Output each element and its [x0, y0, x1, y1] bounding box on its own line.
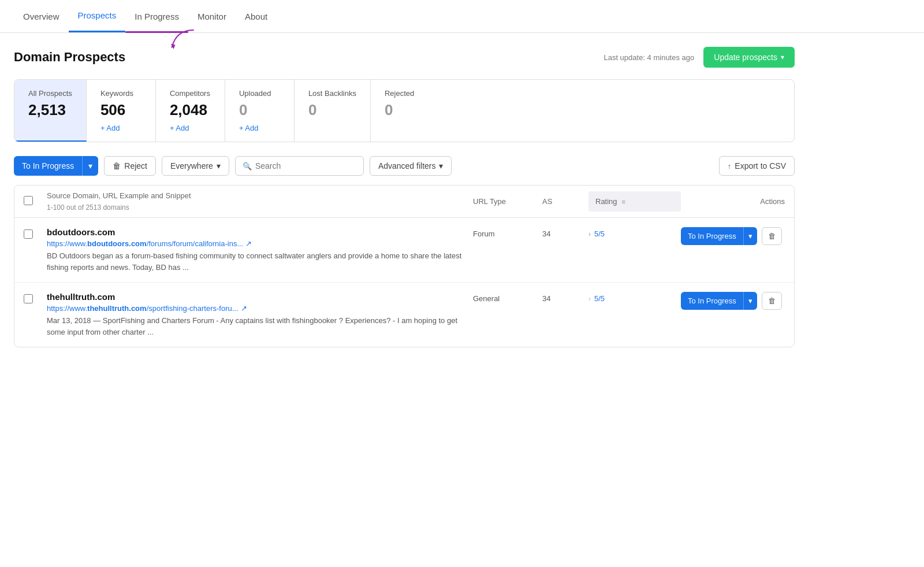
reject-label: Reject: [124, 161, 147, 171]
row1-url-type: Forum: [473, 227, 542, 238]
row1-checkbox[interactable]: [24, 229, 33, 239]
row2-checkbox-cell: [24, 292, 47, 305]
nav-prospects[interactable]: Prospects: [69, 0, 126, 32]
everywhere-label: Everywhere: [170, 161, 213, 171]
header-row-info: 1-100 out of 2513 domains: [47, 203, 129, 212]
to-in-progress-chevron-icon[interactable]: ▾: [82, 156, 98, 176]
nav-in-progress[interactable]: In Progress: [125, 1, 188, 32]
row1-rating-cell: › 5/5: [588, 227, 681, 238]
row2-actions-cell: To In Progress ▾ 🗑: [681, 292, 785, 310]
row2-snippet: Mar 13, 2018 — SportFishing and Charters…: [47, 315, 473, 338]
row1-url: https://www.bdoutdoors.com/forums/forum/…: [47, 239, 473, 248]
row1-actions-cell: To In Progress ▾ 🗑: [681, 227, 785, 245]
tab-uploaded-label: Uploaded: [239, 89, 280, 98]
page-header-right: Last update: 4 minutes ago Update prospe…: [603, 47, 795, 68]
export-csv-button[interactable]: ↑ Export to CSV: [719, 156, 795, 176]
advanced-filters-chevron-icon: ▾: [439, 161, 443, 171]
row2-url-type: General: [473, 292, 542, 303]
row2-url: https://www.thehulltruth.com/sportfishin…: [47, 304, 473, 313]
row2-rating-score: 5/5: [594, 294, 605, 303]
header-url-type: URL Type: [473, 197, 542, 206]
row2-source-cell: thehulltruth.com https://www.thehulltrut…: [47, 292, 473, 338]
table-header-row: Source Domain, URL Example and Snippet 1…: [14, 186, 794, 218]
toolbar: To In Progress ▾ 🗑 Reject Everywhere ▾ 🔍…: [14, 156, 795, 176]
row1-action-chevron-icon[interactable]: ▾: [743, 227, 757, 245]
row2-checkbox[interactable]: [24, 294, 33, 303]
row2-trash-icon: 🗑: [768, 297, 776, 305]
update-btn-label: Update prospects: [714, 53, 777, 62]
row1-source-cell: bdoutdoors.com https://www.bdoutdoors.co…: [47, 227, 473, 273]
row2-external-link-icon[interactable]: ↗: [241, 304, 247, 313]
tab-keywords-add[interactable]: + Add: [100, 124, 141, 132]
table-row: bdoutdoors.com https://www.bdoutdoors.co…: [14, 218, 794, 283]
prospect-tabs: All Prospects 2,513 Keywords 506 + Add C…: [14, 79, 795, 142]
tab-competitors-add[interactable]: + Add: [170, 124, 211, 132]
export-label: Export to CSV: [735, 161, 786, 171]
header-as: AS: [542, 197, 588, 206]
row1-domain: bdoutdoors.com: [47, 227, 473, 237]
row1-action-label: To In Progress: [681, 227, 743, 245]
row1-as: 34: [542, 227, 588, 238]
reject-button[interactable]: 🗑 Reject: [104, 156, 156, 176]
search-input[interactable]: [255, 161, 356, 171]
row2-action-chevron-icon[interactable]: ▾: [743, 292, 757, 310]
everywhere-filter[interactable]: Everywhere ▾: [162, 156, 229, 176]
main-content: Domain Prospects Last update: 4 minutes …: [0, 33, 808, 361]
trash-icon: 🗑: [113, 161, 121, 171]
everywhere-chevron-icon: ▾: [217, 161, 221, 171]
row2-delete-button[interactable]: 🗑: [762, 292, 782, 310]
row2-action-label: To In Progress: [681, 292, 743, 310]
to-in-progress-button[interactable]: To In Progress ▾: [14, 156, 98, 176]
search-icon: 🔍: [243, 162, 252, 171]
header-actions: Actions: [681, 197, 785, 206]
tab-uploaded-add[interactable]: + Add: [239, 124, 280, 132]
tab-lost-backlinks[interactable]: Lost Backlinks 0: [295, 80, 371, 142]
row2-as: 34: [542, 292, 588, 303]
tab-all-count: 2,513: [28, 101, 72, 119]
tab-uploaded[interactable]: Uploaded 0 + Add: [225, 80, 295, 142]
advanced-filters-button[interactable]: Advanced filters ▾: [370, 156, 452, 176]
row2-rating-expand-icon[interactable]: ›: [588, 295, 591, 303]
row2-rating-cell: › 5/5: [588, 292, 681, 303]
row1-to-in-progress-button[interactable]: To In Progress ▾: [681, 227, 757, 245]
tab-competitors-count: 2,048: [170, 101, 211, 119]
tab-all-prospects[interactable]: All Prospects 2,513: [14, 80, 87, 142]
tab-keywords-count: 506: [100, 101, 141, 119]
row1-rating-score: 5/5: [594, 229, 605, 238]
page-title: Domain Prospects: [14, 50, 125, 65]
to-in-progress-label: To In Progress: [14, 156, 82, 176]
tab-rejected[interactable]: Rejected 0: [371, 80, 440, 142]
row1-delete-button[interactable]: 🗑: [762, 227, 782, 245]
search-box[interactable]: 🔍: [235, 156, 364, 176]
row2-domain: thehulltruth.com: [47, 292, 473, 302]
select-all-checkbox[interactable]: [24, 196, 33, 205]
tab-keywords[interactable]: Keywords 506 + Add: [87, 80, 156, 142]
tab-competitors[interactable]: Competitors 2,048 + Add: [156, 80, 225, 142]
upload-icon: ↑: [728, 162, 732, 171]
last-update-text: Last update: 4 minutes ago: [603, 53, 694, 62]
update-btn-chevron-icon: ▾: [781, 53, 784, 61]
prospects-table: Source Domain, URL Example and Snippet 1…: [14, 185, 795, 347]
tab-rejected-label: Rejected: [385, 89, 426, 98]
table-row: thehulltruth.com https://www.thehulltrut…: [14, 283, 794, 347]
header-source-label: Source Domain, URL Example and Snippet: [47, 191, 191, 200]
header-checkbox-cell: [24, 196, 47, 207]
tab-all-label: All Prospects: [28, 89, 72, 98]
nav-overview[interactable]: Overview: [14, 1, 69, 32]
rating-sort-icon[interactable]: ≡: [622, 198, 625, 205]
row1-rating-expand-icon[interactable]: ›: [588, 230, 591, 238]
header-rating: Rating ≡: [588, 191, 681, 212]
tab-lost-count: 0: [308, 101, 356, 119]
tab-uploaded-count: 0: [239, 101, 280, 119]
header-source: Source Domain, URL Example and Snippet 1…: [47, 191, 473, 212]
update-prospects-button[interactable]: Update prospects ▾: [703, 47, 795, 68]
nav-about[interactable]: About: [236, 1, 277, 32]
row1-external-link-icon[interactable]: ↗: [245, 239, 252, 248]
tab-keywords-label: Keywords: [100, 89, 141, 98]
page-header: Domain Prospects Last update: 4 minutes …: [14, 47, 795, 68]
nav-monitor[interactable]: Monitor: [188, 1, 236, 32]
tab-lost-label: Lost Backlinks: [308, 89, 356, 98]
row2-to-in-progress-button[interactable]: To In Progress ▾: [681, 292, 757, 310]
row1-checkbox-cell: [24, 227, 47, 240]
row1-trash-icon: 🗑: [768, 232, 776, 240]
